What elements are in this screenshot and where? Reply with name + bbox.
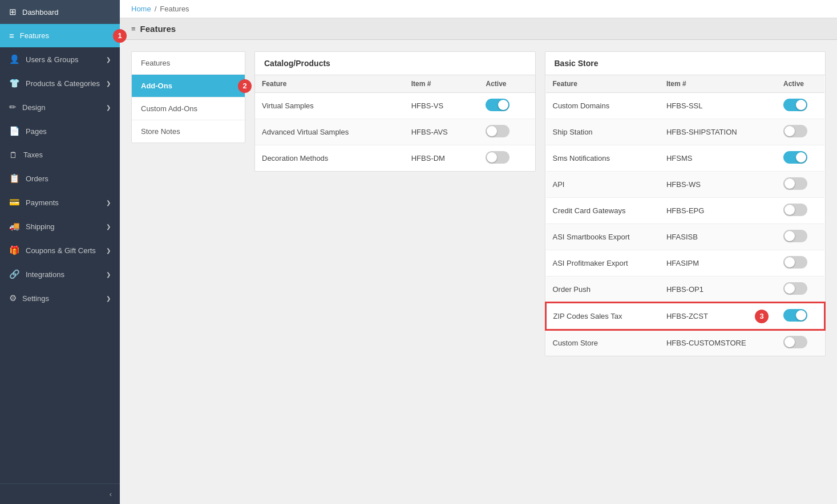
sidebar-item-settings[interactable]: ⚙ Settings ❯ (0, 286, 120, 310)
pages-icon: 📄 (9, 126, 20, 136)
table-row: ASI Smartbooks Export HFASISB (546, 224, 825, 250)
nav-item-add-ons[interactable]: Add-Ons 2 (132, 75, 245, 97)
toggle-switch[interactable] (783, 256, 807, 269)
toggle-cell[interactable] (479, 145, 535, 172)
sidebar-item-products-categories[interactable]: 👕 Products & Categories ❯ (0, 71, 120, 95)
sidebar-item-shipping[interactable]: 🚚 Shipping ❯ (0, 214, 120, 238)
sidebar-item-payments[interactable]: 💳 Payments ❯ (0, 190, 120, 214)
nav-item-custom-add-ons[interactable]: Custom Add-Ons (132, 97, 245, 120)
features-icon: ≡ (9, 31, 14, 40)
catalog-products-title: Catalog/Products (255, 52, 535, 75)
col-feature: Feature (255, 75, 405, 93)
item-cell: HFBS-WS (660, 172, 777, 198)
orders-icon: 📋 (9, 173, 20, 184)
item-cell: HFASIPM (660, 250, 777, 277)
sidebar-item-label: Design (22, 103, 45, 112)
toggle-switch[interactable] (486, 125, 510, 137)
table-row: Custom Domains HFBS-SSL (546, 93, 825, 119)
toggle-switch[interactable] (486, 99, 510, 111)
chevron-right-icon: ❯ (106, 223, 111, 230)
table-row: Credit Card Gateways HFBS-EPG (546, 198, 825, 224)
feature-cell: Advanced Virtual Samples (255, 119, 405, 145)
toggle-cell[interactable] (479, 119, 535, 145)
sidebar-item-integrations[interactable]: 🔗 Integrations ❯ (0, 262, 120, 286)
left-nav-panel: Features Add-Ons 2 Custom Add-Ons Store … (131, 51, 245, 143)
col-item: Item # (405, 75, 479, 93)
sidebar-collapse-button[interactable]: ‹ (0, 484, 120, 504)
page-header: ≡ Features (120, 18, 837, 40)
toggle-switch[interactable] (486, 151, 510, 164)
item-cell: HFASISB (660, 224, 777, 250)
toggle-cell[interactable]: 3 (777, 303, 824, 330)
sidebar-item-dashboard[interactable]: ⊞ Dashboard (0, 0, 120, 24)
toggle-switch[interactable] (783, 177, 807, 190)
toggle-cell[interactable] (777, 330, 824, 356)
nav-item-features[interactable]: Features (132, 52, 245, 75)
sidebar-item-design[interactable]: ✏ Design ❯ (0, 95, 120, 119)
toggle-switch[interactable] (783, 125, 807, 137)
breadcrumb-home[interactable]: Home (131, 5, 151, 13)
toggle-cell[interactable] (777, 145, 824, 172)
toggle-switch[interactable] (783, 230, 807, 242)
sidebar: ⊞ Dashboard ≡ Features 1 👤 Users & Group… (0, 0, 120, 504)
toggle-switch[interactable] (783, 336, 807, 348)
chevron-right-icon: ❯ (106, 56, 111, 63)
feature-cell: Order Push (546, 277, 660, 303)
chevron-right-icon: ❯ (106, 271, 111, 278)
sidebar-item-label: Features (20, 31, 49, 40)
right-panels: Catalog/Products Feature Item # Active V… (254, 51, 826, 493)
sidebar-item-pages[interactable]: 📄 Pages (0, 119, 120, 143)
feature-cell: API (546, 172, 660, 198)
table-row: ASI Profitmaker Export HFASIPM (546, 250, 825, 277)
toggle-cell[interactable] (777, 119, 824, 145)
page-header-icon: ≡ (131, 25, 136, 33)
feature-cell: Custom Domains (546, 93, 660, 119)
catalog-products-table: Feature Item # Active Virtual Samples HF… (255, 75, 535, 171)
sidebar-item-taxes[interactable]: 🗒 Taxes (0, 143, 120, 166)
sidebar-item-label: Payments (26, 198, 59, 207)
nav-item-store-notes[interactable]: Store Notes (132, 120, 245, 143)
toggle-switch[interactable] (783, 99, 807, 111)
sidebar-item-label: Integrations (26, 270, 64, 279)
table-row: Ship Station HFBS-SHIPSTATION (546, 119, 825, 145)
feature-cell: Custom Store (546, 330, 660, 356)
sidebar-item-features[interactable]: ≡ Features 1 (0, 24, 120, 47)
table-row: Custom Store HFBS-CUSTOMSTORE (546, 330, 825, 356)
sidebar-item-label: Pages (26, 127, 47, 136)
basic-store-panel: Basic Store Feature Item # Active Custom… (545, 51, 826, 356)
users-icon: 👤 (9, 54, 20, 64)
col-active-bs: Active (777, 75, 824, 93)
col-feature-bs: Feature (546, 75, 660, 93)
item-cell: HFBS-SSL (660, 93, 777, 119)
toggle-switch[interactable] (783, 151, 807, 164)
toggle-cell[interactable] (777, 250, 824, 277)
shipping-icon: 🚚 (9, 221, 20, 231)
feature-cell: Decoration Methods (255, 145, 405, 172)
sidebar-item-label: Shipping (26, 222, 55, 231)
sidebar-item-users-groups[interactable]: 👤 Users & Groups ❯ (0, 47, 120, 71)
toggle-cell[interactable] (777, 198, 824, 224)
chevron-right-icon: ❯ (106, 80, 111, 87)
toggle-switch[interactable] (783, 282, 807, 295)
breadcrumb-separator: / (155, 5, 157, 13)
sidebar-item-label: Coupons & Gift Certs (26, 246, 96, 255)
item-cell: HFBS-VS (405, 93, 479, 119)
toggle-switch[interactable] (783, 309, 807, 322)
main-area: Home / Features ≡ Features Features Add-… (120, 0, 837, 504)
toggle-cell[interactable] (777, 224, 824, 250)
item-cell: HFSMS (660, 145, 777, 172)
sidebar-item-coupons[interactable]: 🎁 Coupons & Gift Certs ❯ (0, 238, 120, 262)
sidebar-item-orders[interactable]: 📋 Orders (0, 166, 120, 190)
catalog-products-panel: Catalog/Products Feature Item # Active V… (254, 51, 536, 172)
toggle-cell[interactable] (777, 172, 824, 198)
sidebar-item-label: Orders (26, 174, 48, 183)
chevron-right-icon: ❯ (106, 295, 111, 302)
basic-store-title: Basic Store (545, 52, 826, 75)
step-badge-2: 2 (238, 79, 252, 93)
toggle-cell[interactable] (479, 93, 535, 119)
feature-cell: ZIP Codes Sales Tax (546, 303, 660, 330)
toggle-cell[interactable] (777, 93, 824, 119)
breadcrumb-current: Features (160, 5, 189, 13)
toggle-cell[interactable] (777, 277, 824, 303)
toggle-switch[interactable] (783, 204, 807, 216)
